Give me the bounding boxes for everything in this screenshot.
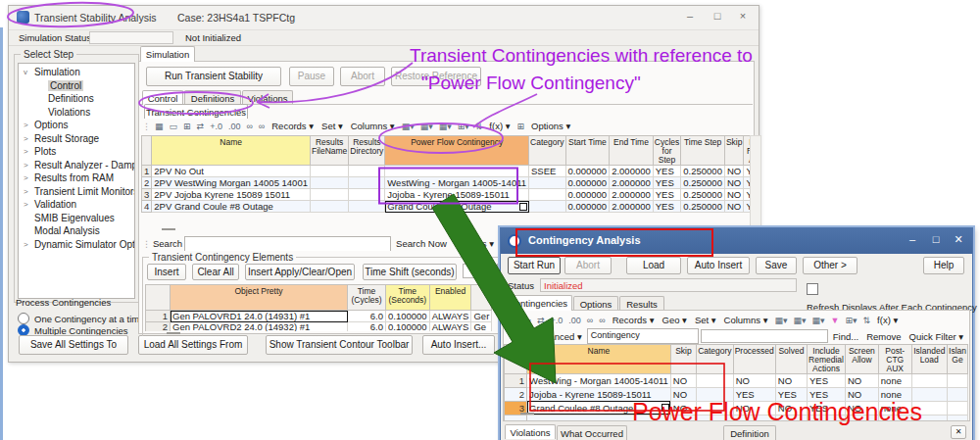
column-header-solved[interactable]: Solved xyxy=(775,345,807,374)
set-menu[interactable]: Set ▾ xyxy=(318,121,346,131)
column-header-skip[interactable]: Skip xyxy=(724,136,744,166)
table-cell[interactable] xyxy=(911,387,947,401)
table-cell[interactable]: 2PV WestWing Morgan 14005 14001 xyxy=(152,177,311,189)
close-pane-button[interactable]: ✕ xyxy=(951,425,966,439)
table-cell[interactable]: WestWing - Morgan 14005-14011 xyxy=(527,373,671,387)
autosize-columns-icon[interactable]: ⇄ xyxy=(535,315,547,326)
ca-minimize-button[interactable]: – xyxy=(904,233,921,249)
table-cell[interactable]: 6.0 xyxy=(348,311,386,322)
column-header-enabled[interactable]: Enabled xyxy=(429,285,471,311)
table-cell[interactable] xyxy=(948,373,968,387)
insert-button[interactable]: Insert xyxy=(147,264,186,280)
tab-control[interactable]: Control xyxy=(142,90,183,105)
find-abcd-icon[interactable]: ∞ xyxy=(597,315,607,326)
advanced-filter-menu[interactable]: Advanced ▾ xyxy=(530,331,585,342)
table-cell[interactable]: 0.250000 xyxy=(681,201,725,213)
table-cell[interactable]: 2PV Grand Coule #8 Outage xyxy=(152,201,311,213)
table-cell[interactable] xyxy=(697,387,734,401)
cell-grip-icon[interactable] xyxy=(662,404,669,412)
table-cell[interactable] xyxy=(529,189,566,201)
column-header-name[interactable]: Name xyxy=(152,136,311,166)
ca-auto-insert-button[interactable]: Auto Insert xyxy=(687,257,750,274)
abort-button[interactable]: Abort xyxy=(340,67,385,86)
tab-simulation[interactable]: Simulation xyxy=(140,46,195,62)
tab-violations[interactable]: Violations xyxy=(505,424,556,439)
table-cell[interactable] xyxy=(310,166,348,177)
table-cell[interactable]: 2 xyxy=(505,387,527,401)
toolbar-grip[interactable]: ⋮ xyxy=(142,122,151,131)
increase-decimals-icon[interactable]: +.0 xyxy=(549,315,565,326)
table-cell[interactable]: NO xyxy=(775,373,807,387)
table-cell[interactable]: NO xyxy=(775,401,807,415)
other-button[interactable]: Other > xyxy=(803,257,858,274)
form-view-icon[interactable]: ▭ xyxy=(168,121,180,132)
geo-menu[interactable]: Geo ▾ xyxy=(660,315,690,325)
expander-icon[interactable]: > xyxy=(24,240,34,249)
table-cell[interactable]: YES xyxy=(775,387,807,401)
save-aux-icon[interactable]: ▦▾ xyxy=(418,121,435,132)
table-cell[interactable]: Jojoba - Kyrene 15089-15011 xyxy=(385,189,529,201)
table-cell[interactable]: SSEE xyxy=(529,166,566,177)
ca-columns-menu[interactable]: Columns ▾ xyxy=(721,315,771,325)
tab-options[interactable]: Options xyxy=(573,296,618,311)
sort-icon[interactable]: ⇅ xyxy=(473,121,485,132)
tree-item-control[interactable]: Control xyxy=(19,79,134,93)
table-cell[interactable]: 0.250000 xyxy=(681,177,725,189)
column-header-name[interactable]: Name xyxy=(527,345,671,374)
table-cell[interactable]: 0.100000 xyxy=(386,322,430,332)
tab-definitions[interactable]: Definitions xyxy=(184,90,241,105)
view-dropdown-icon[interactable]: ▦▾ xyxy=(400,121,416,132)
table-cell[interactable]: 4 xyxy=(142,201,152,213)
table-cell[interactable]: 0.000000 xyxy=(565,166,610,177)
expander-icon[interactable]: > xyxy=(24,121,34,129)
column-header-category[interactable]: Category xyxy=(697,345,734,374)
ca-maximize-button[interactable]: □ xyxy=(927,233,945,249)
time-shift-value[interactable]: 0.000 xyxy=(463,264,496,278)
remove-button[interactable]: Remove xyxy=(863,331,904,342)
paste-records-icon[interactable]: ⊞ xyxy=(181,121,193,132)
expander-icon[interactable]: > xyxy=(24,134,34,143)
help-button[interactable]: Help xyxy=(923,257,964,274)
cell-grip-icon[interactable] xyxy=(519,203,527,211)
filter-value-combo[interactable] xyxy=(701,329,828,343)
table-cell[interactable]: 2PV Jojoba Kyrene 15089 15011 xyxy=(152,189,311,201)
table-cell[interactable]: none xyxy=(878,387,911,401)
table-cell[interactable]: 3 xyxy=(142,189,152,201)
column-header-category[interactable]: Category xyxy=(529,136,566,166)
table-cell[interactable] xyxy=(697,401,734,415)
table-cell[interactable] xyxy=(310,201,348,213)
save-aux-icon[interactable]: ▦▾ xyxy=(791,315,808,326)
time-shift-button[interactable]: Time Shift (seconds) xyxy=(363,264,457,280)
table-cell[interactable]: 0.000000 xyxy=(565,189,610,201)
table-cell[interactable]: 2 xyxy=(142,177,152,189)
grid-icon[interactable]: ⊞ xyxy=(514,121,526,132)
table-cell[interactable] xyxy=(529,177,566,189)
tree-item-dynamic-simulator-options[interactable]: >Dynamic Simulator Options xyxy=(19,238,134,252)
table-cell[interactable]: YES xyxy=(733,387,775,401)
table-cell[interactable]: 0.000000 xyxy=(565,201,610,213)
table-cell[interactable]: YES xyxy=(808,387,846,401)
table-cell[interactable] xyxy=(911,401,947,415)
table-cell[interactable]: NO xyxy=(845,401,878,415)
find-button[interactable]: Find... xyxy=(830,331,861,342)
expander-icon[interactable]: > xyxy=(24,161,34,170)
column-header-time-step[interactable]: Time Step xyxy=(681,136,725,166)
column-header-include-remedial-actions[interactable]: Include Remedial Actions xyxy=(808,345,846,374)
ca-titlebar[interactable]: Contingency Analysis – □ ✕ xyxy=(501,228,972,254)
table-cell[interactable]: NO xyxy=(670,373,696,387)
column-header-islanded-load[interactable]: Islanded Load xyxy=(911,345,947,374)
table-cell[interactable] xyxy=(948,401,968,415)
pause-button[interactable]: Pause xyxy=(289,67,334,86)
table-cell[interactable]: none xyxy=(878,373,911,387)
ca-save-button[interactable]: Save xyxy=(756,257,797,274)
table-cell[interactable]: 0.000000 xyxy=(565,177,610,189)
table-cell[interactable] xyxy=(349,201,385,213)
column-header-time-seconds-[interactable]: Time (Seconds) xyxy=(386,285,430,311)
table-cell[interactable]: NO xyxy=(670,387,696,401)
options-menu[interactable]: Options ▾ xyxy=(528,121,573,131)
expander-icon[interactable]: > xyxy=(24,147,34,156)
load-aux-icon[interactable]: ▦▾ xyxy=(437,121,454,132)
clear-all-button[interactable]: Clear All xyxy=(192,264,239,280)
expander-icon[interactable]: v xyxy=(24,68,34,76)
quick-filter-menu[interactable]: Quick Filter ▾ xyxy=(906,331,966,342)
